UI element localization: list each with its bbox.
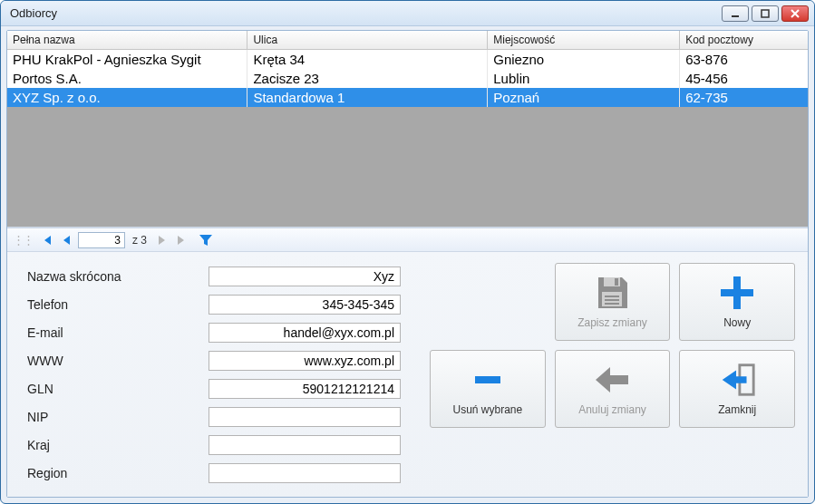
table-row[interactable]: XYZ Sp. z o.o.Standardowa 1Poznań62-735 <box>7 88 808 107</box>
filter-icon[interactable] <box>198 232 214 248</box>
nav-first-icon[interactable] <box>38 232 54 248</box>
table-row[interactable]: Portos S.A.Zacisze 23Lublin45-456 <box>7 69 808 88</box>
page-number-input[interactable] <box>78 232 125 248</box>
input-phone[interactable] <box>209 295 401 315</box>
grid-area: Pełna nazwaUlicaMiejscowośćKod pocztowy … <box>7 31 808 228</box>
action-buttons: Zapisz zmiany Nowy Usuń wybrane <box>430 263 795 488</box>
detail-fields: Nazwa skrócona Telefon E-mail WWW GLN NI… <box>27 263 417 488</box>
svg-rect-7 <box>605 303 619 305</box>
column-header[interactable]: Ulica <box>247 31 488 49</box>
table-cell: 62-735 <box>680 88 808 107</box>
save-button-label: Zapisz zmiany <box>577 316 647 329</box>
new-button[interactable]: Nowy <box>679 263 795 341</box>
label-www: WWW <box>27 354 209 368</box>
window-title: Odbiorcy <box>10 6 722 20</box>
table-cell: 45-456 <box>680 69 808 88</box>
nav-last-icon[interactable] <box>174 232 190 248</box>
close-button[interactable]: Zamknij <box>679 350 795 428</box>
save-button[interactable]: Zapisz zmiany <box>555 263 671 341</box>
label-short-name: Nazwa skrócona <box>27 269 209 284</box>
new-button-label: Nowy <box>723 316 751 329</box>
plus-icon <box>717 275 757 311</box>
input-short-name[interactable] <box>209 267 401 286</box>
table-cell: Gniezno <box>488 49 680 69</box>
table-cell: 63-876 <box>680 49 808 69</box>
titlebar: Odbiorcy <box>1 1 814 26</box>
window: Odbiorcy Pełna nazwaUlicaMiejscowośćKod … <box>0 0 815 504</box>
nav-prev-icon[interactable] <box>58 232 74 248</box>
input-country[interactable] <box>209 435 401 455</box>
table-cell: Lublin <box>488 69 680 88</box>
recipients-table[interactable]: Pełna nazwaUlicaMiejscowośćKod pocztowy … <box>7 31 808 107</box>
table-row[interactable]: PHU KrakPol - Agnieszka SygitKręta 34Gni… <box>7 49 808 69</box>
save-icon <box>592 275 632 311</box>
label-country: Kraj <box>27 438 209 452</box>
minimize-button[interactable] <box>722 5 749 22</box>
cancel-button-label: Anuluj zmiany <box>578 403 646 416</box>
record-navigator: ⋮⋮ z 3 <box>7 228 808 252</box>
label-nip: NIP <box>27 410 209 424</box>
svg-rect-0 <box>732 15 739 17</box>
table-cell: Portos S.A. <box>7 69 247 88</box>
table-cell: XYZ Sp. z o.o. <box>7 88 247 107</box>
input-gln[interactable] <box>209 379 401 399</box>
toolbar-grip: ⋮⋮ <box>13 233 33 247</box>
table-cell: Standardowa 1 <box>247 88 488 107</box>
form-area: Nazwa skrócona Telefon E-mail WWW GLN NI… <box>7 252 808 497</box>
table-cell: Kręta 34 <box>247 49 488 69</box>
table-cell: Poznań <box>488 88 680 107</box>
input-email[interactable] <box>209 323 401 343</box>
input-nip[interactable] <box>209 407 401 427</box>
delete-button[interactable]: Usuń wybrane <box>430 350 546 428</box>
input-www[interactable] <box>209 351 401 371</box>
delete-button-label: Usuń wybrane <box>452 403 522 416</box>
page-total-label: z 3 <box>132 234 147 247</box>
close-button-label: Zamknij <box>718 403 756 416</box>
nav-next-icon[interactable] <box>154 232 170 248</box>
minus-icon <box>468 362 508 398</box>
maximize-button[interactable] <box>752 5 779 22</box>
table-cell: PHU KrakPol - Agnieszka Sygit <box>7 49 247 69</box>
svg-rect-5 <box>605 296 619 297</box>
cancel-button[interactable]: Anuluj zmiany <box>555 350 671 428</box>
close-window-button[interactable] <box>781 5 809 22</box>
table-cell: Zacisze 23 <box>247 69 488 88</box>
exit-icon <box>717 362 757 398</box>
label-phone: Telefon <box>27 297 209 312</box>
svg-rect-3 <box>615 278 618 286</box>
column-header[interactable]: Kod pocztowy <box>680 31 808 49</box>
input-region[interactable] <box>209 463 401 483</box>
svg-rect-1 <box>762 10 769 17</box>
column-header[interactable]: Miejscowość <box>488 31 680 49</box>
client-area: Pełna nazwaUlicaMiejscowośćKod pocztowy … <box>6 30 809 498</box>
svg-rect-6 <box>605 299 619 301</box>
label-region: Region <box>27 466 209 480</box>
window-controls <box>722 5 809 22</box>
column-header[interactable]: Pełna nazwa <box>7 31 247 49</box>
svg-rect-8 <box>475 376 500 383</box>
label-email: E-mail <box>27 325 209 340</box>
arrow-left-icon <box>592 362 632 398</box>
label-gln: GLN <box>27 382 209 396</box>
